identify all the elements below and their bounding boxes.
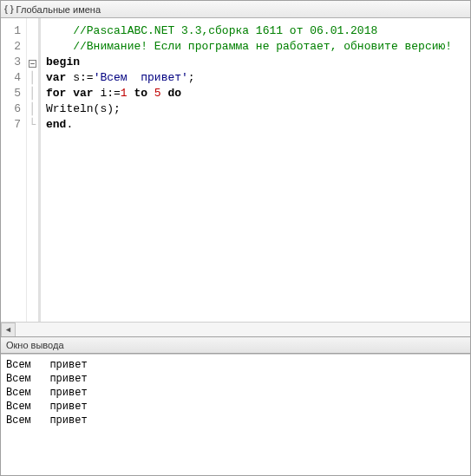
comment: //PascalABC.NET 3.3,сборка 1611 от 06.01… — [73, 24, 377, 37]
output-panel[interactable]: Всем приветВсем приветВсем приветВсем пр… — [1, 354, 470, 475]
output-panel-header: Окно вывода — [1, 336, 470, 354]
code-line: for var i:=1 to 5 do — [46, 86, 470, 101]
output-line: Всем привет — [6, 372, 465, 386]
fold-line: └ — [27, 117, 38, 133]
horizontal-scrollbar[interactable]: ◄ — [1, 322, 470, 336]
code-line: Writeln(s); — [46, 101, 470, 117]
code-line: end. — [46, 117, 470, 133]
braces-icon: { } — [4, 4, 14, 14]
tab-label: Глобальные имена — [16, 4, 101, 15]
code-line: //Внимание! Если программа не работает, … — [46, 39, 470, 55]
chevron-left-icon[interactable]: ◄ — [1, 323, 16, 337]
code-editor[interactable]: 1 2 3 4 5 6 7 − │ │ │ └ //PascalABC.NET … — [1, 18, 470, 322]
fold-column: − │ │ │ └ — [27, 18, 41, 322]
comment: //Внимание! Если программа не работает, … — [73, 40, 452, 53]
keyword-for-var: for var — [46, 87, 94, 100]
keyword-begin: begin — [46, 55, 80, 68]
line-number: 7 — [1, 117, 26, 133]
code-content[interactable]: //PascalABC.NET 3.3,сборка 1611 от 06.01… — [41, 18, 470, 322]
keyword-var: var — [46, 71, 66, 84]
number: 5 — [154, 87, 161, 100]
line-number: 2 — [1, 39, 26, 55]
output-line: Всем привет — [6, 400, 465, 414]
fold-empty — [27, 23, 38, 39]
tab-global-names[interactable]: { } Глобальные имена — [4, 4, 101, 15]
line-number: 5 — [1, 86, 26, 101]
line-number: 4 — [1, 70, 26, 86]
fold-empty — [27, 39, 38, 55]
code-line: var s:='Всем привет'; — [46, 70, 470, 86]
code-line: //PascalABC.NET 3.3,сборка 1611 от 06.01… — [46, 23, 470, 39]
top-tab-bar: { } Глобальные имена — [1, 1, 470, 18]
minus-icon: − — [29, 60, 36, 68]
fold-line: │ — [27, 70, 38, 86]
output-line: Всем привет — [6, 358, 465, 372]
keyword-end: end — [46, 118, 66, 131]
line-number: 1 — [1, 23, 26, 39]
ide-window: { } Глобальные имена 1 2 3 4 5 6 7 − │ │… — [0, 0, 471, 476]
code-line: begin — [46, 55, 470, 70]
line-number: 3 — [1, 55, 26, 70]
fold-toggle[interactable]: − — [27, 55, 38, 70]
line-number-gutter: 1 2 3 4 5 6 7 — [1, 18, 27, 322]
line-number: 6 — [1, 101, 26, 117]
keyword-do: do — [161, 87, 181, 100]
string-literal: 'Всем привет' — [94, 71, 188, 84]
output-title: Окно вывода — [6, 340, 64, 350]
fold-line: │ — [27, 101, 38, 117]
keyword-to: to — [128, 87, 154, 100]
output-line: Всем привет — [6, 386, 465, 400]
output-line: Всем привет — [6, 414, 465, 427]
number: 1 — [121, 87, 128, 100]
fold-line: │ — [27, 86, 38, 101]
